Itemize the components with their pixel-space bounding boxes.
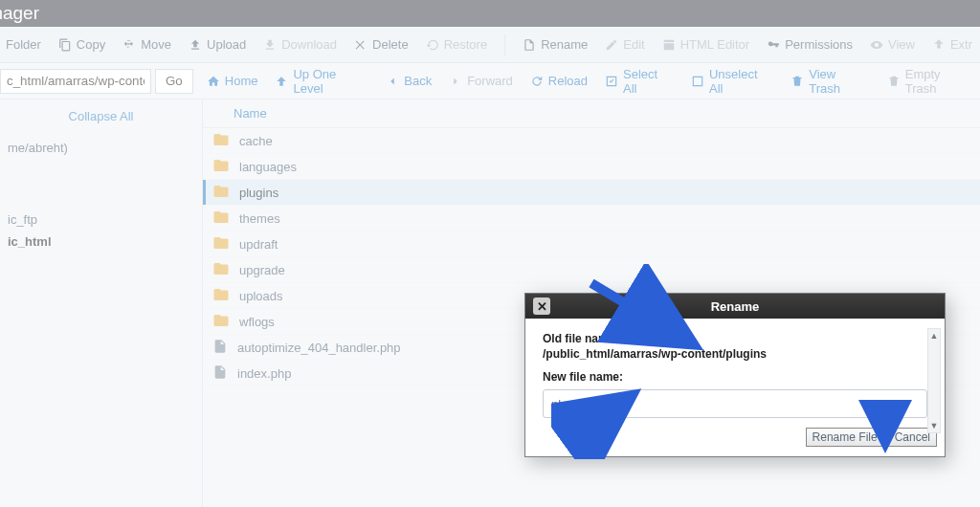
view-trash-button[interactable]: View Trash bbox=[791, 67, 869, 96]
row-label: upgrade bbox=[239, 263, 285, 277]
html-editor-button[interactable]: HTML Editor bbox=[662, 37, 749, 52]
table-row[interactable]: plugins bbox=[203, 180, 980, 206]
folder-icon bbox=[212, 209, 230, 229]
title-bar: Manager bbox=[0, 0, 980, 27]
home-icon bbox=[207, 75, 220, 88]
rename-file-button[interactable]: Rename File bbox=[806, 428, 884, 447]
extract-button[interactable]: Extr bbox=[932, 37, 972, 52]
folder-icon bbox=[212, 312, 230, 332]
dialog-titlebar: ✕ Rename bbox=[525, 294, 945, 319]
up-icon bbox=[275, 75, 288, 88]
location-toolbar: Home Up One Level Back Forward Reload Se… bbox=[207, 67, 974, 96]
dialog-scrollbar[interactable]: ▲ ▼ bbox=[927, 328, 941, 433]
row-label: index.php bbox=[237, 366, 291, 381]
table-row[interactable]: cache bbox=[203, 128, 980, 154]
folder-icon bbox=[212, 183, 230, 203]
move-icon bbox=[122, 38, 136, 52]
row-label: cache bbox=[239, 134, 273, 148]
view-button[interactable]: View bbox=[870, 37, 915, 52]
download-button[interactable]: Download bbox=[263, 37, 337, 52]
table-row[interactable]: languages bbox=[203, 154, 980, 180]
restore-icon bbox=[426, 38, 439, 52]
download-icon bbox=[263, 38, 277, 52]
folder-icon bbox=[212, 131, 230, 151]
old-name-value: /public_html/amarras/wp-content/plugins bbox=[543, 347, 927, 361]
delete-icon bbox=[354, 38, 368, 52]
scroll-up-icon[interactable]: ▲ bbox=[928, 329, 940, 342]
folder-icon bbox=[212, 157, 230, 177]
table-row[interactable]: themes bbox=[203, 206, 980, 231]
new-name-label: New file name: bbox=[543, 370, 927, 384]
row-label: updraft bbox=[239, 237, 278, 252]
dialog-close-button[interactable]: ✕ bbox=[533, 298, 550, 315]
empty-trash-icon bbox=[887, 75, 901, 88]
row-label: plugins bbox=[239, 186, 278, 200]
folder-icon bbox=[212, 260, 230, 280]
empty-trash-button[interactable]: Empty Trash bbox=[887, 67, 974, 96]
path-input[interactable] bbox=[0, 69, 151, 94]
row-label: themes bbox=[239, 211, 280, 226]
copy-icon bbox=[58, 38, 72, 52]
unselect-all-button[interactable]: Unselect All bbox=[691, 67, 773, 96]
delete-button[interactable]: Delete bbox=[354, 37, 409, 52]
tree-root[interactable]: me/abreht) bbox=[8, 137, 194, 159]
eye-icon bbox=[870, 38, 883, 52]
file-icon bbox=[212, 339, 228, 357]
toolbar-separator bbox=[504, 34, 505, 55]
column-header-name[interactable]: Name bbox=[203, 99, 980, 128]
rename-button[interactable]: Rename bbox=[523, 37, 588, 52]
collapse-all-link[interactable]: Collapse All bbox=[8, 105, 194, 137]
upload-icon bbox=[189, 38, 202, 52]
main-toolbar: Folder Copy Move Upload Download Delete … bbox=[0, 27, 980, 63]
key-icon bbox=[767, 38, 780, 52]
unselect-all-icon bbox=[691, 75, 704, 88]
row-label: uploads bbox=[239, 289, 283, 303]
row-label: languages bbox=[239, 160, 297, 174]
scroll-down-icon[interactable]: ▼ bbox=[928, 419, 940, 432]
old-name-label: Old file name: bbox=[543, 332, 927, 345]
tree-sidebar: Collapse All me/abreht) ic_ftp ic_html bbox=[0, 99, 203, 507]
select-all-icon bbox=[605, 75, 618, 88]
restore-button[interactable]: Restore bbox=[426, 37, 488, 52]
trash-icon bbox=[791, 75, 804, 88]
extract-icon bbox=[932, 38, 946, 52]
table-row[interactable]: updraft bbox=[203, 231, 980, 257]
forward-button[interactable]: Forward bbox=[449, 74, 513, 88]
html-icon bbox=[662, 38, 676, 52]
forward-icon bbox=[449, 75, 462, 88]
file-icon bbox=[212, 364, 228, 383]
up-one-level-button[interactable]: Up One Level bbox=[275, 67, 368, 96]
upload-button[interactable]: Upload bbox=[189, 37, 246, 52]
new-name-input[interactable] bbox=[543, 389, 927, 418]
copy-button[interactable]: Copy bbox=[58, 37, 105, 52]
folder-icon bbox=[212, 234, 230, 254]
reload-button[interactable]: Reload bbox=[530, 74, 588, 88]
permissions-button[interactable]: Permissions bbox=[767, 37, 853, 52]
row-label: wflogs bbox=[239, 315, 275, 329]
nav-row: Go Home Up One Level Back Forward Reload… bbox=[0, 63, 980, 99]
back-icon bbox=[386, 75, 399, 88]
table-row[interactable]: upgrade bbox=[203, 257, 980, 283]
select-all-button[interactable]: Select All bbox=[605, 67, 674, 96]
tree-public-html[interactable]: ic_html bbox=[8, 231, 194, 253]
home-button[interactable]: Home bbox=[207, 74, 258, 88]
rename-icon bbox=[523, 38, 536, 52]
reload-icon bbox=[530, 75, 544, 88]
back-button[interactable]: Back bbox=[386, 74, 432, 88]
folder-button[interactable]: Folder bbox=[6, 37, 41, 52]
move-button[interactable]: Move bbox=[122, 37, 171, 52]
go-button[interactable]: Go bbox=[155, 69, 193, 94]
app-title: Manager bbox=[0, 3, 39, 24]
rename-dialog: ✕ Rename ▲ ▼ Old file name: /public_html… bbox=[524, 293, 946, 457]
dialog-title: Rename bbox=[711, 299, 760, 314]
edit-button[interactable]: Edit bbox=[605, 37, 644, 52]
pencil-icon bbox=[605, 38, 618, 52]
row-label: autoptimize_404_handler.php bbox=[237, 341, 401, 355]
folder-icon bbox=[212, 286, 230, 306]
tree-ftp[interactable]: ic_ftp bbox=[8, 209, 194, 231]
